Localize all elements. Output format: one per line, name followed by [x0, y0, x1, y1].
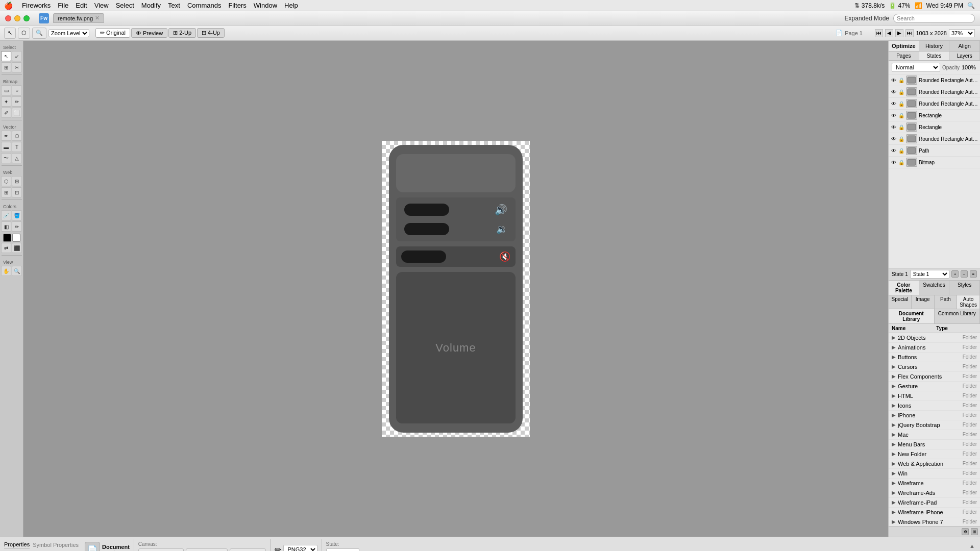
tab-4up[interactable]: ⊟ 4-Up	[197, 28, 225, 38]
subsel-tool-btn[interactable]: ↙	[12, 51, 22, 61]
props-close[interactable]: ▲	[969, 543, 975, 549]
subtab-image[interactable]: Image	[912, 295, 935, 309]
nav-last[interactable]: ⏭	[905, 29, 914, 37]
zoom-view-tool[interactable]: 🔍	[12, 266, 22, 276]
menu-select[interactable]: Select	[116, 2, 134, 9]
zoom-tool[interactable]: 🔍	[32, 28, 46, 39]
scale-tool-btn[interactable]: ⊞	[1, 62, 11, 72]
search-icon[interactable]: 🔍	[967, 2, 975, 9]
menu-text[interactable]: Text	[168, 2, 180, 9]
layer-eye-icon[interactable]: 👁	[891, 113, 897, 118]
layer-eye-icon[interactable]: 👁	[891, 101, 897, 107]
menu-commands[interactable]: Commands	[187, 2, 221, 9]
lib-item[interactable]: ▶ 2D Objects Folder	[889, 333, 980, 343]
web-tool-3[interactable]: ⊞	[1, 187, 11, 197]
layer-item[interactable]: 👁 🔒 Rectangle	[889, 121, 980, 133]
stroke-tool[interactable]: ✏	[12, 221, 22, 232]
lib-item[interactable]: ▶ Wireframe-iPhone Folder	[889, 508, 980, 517]
add-state[interactable]: +	[951, 270, 959, 278]
del-state[interactable]: −	[961, 270, 968, 278]
pen-tool[interactable]: ✒	[1, 131, 11, 141]
eyedropper[interactable]: 💉	[1, 210, 11, 220]
web-tool-4[interactable]: ⊡	[12, 187, 22, 197]
layer-lock-icon[interactable]: 🔒	[898, 136, 904, 142]
layer-eye-icon[interactable]: 👁	[891, 160, 897, 165]
canvas-area[interactable]: 🔊 🔉 🔇 Volume	[23, 41, 888, 537]
document-tab[interactable]: remote.fw.png ✕	[53, 13, 104, 23]
swap-colors[interactable]: ⇄	[1, 243, 11, 253]
lib-item[interactable]: ▶ Buttons Folder	[889, 353, 980, 362]
pointer-tool-btn[interactable]: ↖	[1, 51, 11, 61]
menu-window[interactable]: Window	[254, 2, 277, 9]
layer-eye-icon[interactable]: 👁	[891, 89, 897, 95]
tab-original[interactable]: ✏ Original	[95, 28, 130, 38]
tab-doc-library[interactable]: Document Library	[889, 309, 935, 323]
lib-item[interactable]: ▶ Windows Phone 7 Folder	[889, 517, 980, 527]
layer-item[interactable]: 👁 🔒 Rounded Rectangle Auto ...	[889, 133, 980, 145]
lasso-tool[interactable]: ○	[12, 85, 22, 95]
nav-first[interactable]: ⏮	[875, 29, 883, 37]
layer-lock-icon[interactable]: 🔒	[898, 148, 904, 154]
layer-item[interactable]: 👁 🔒 Rounded Rectangle Auto ...	[889, 98, 980, 110]
state-menu[interactable]: ≡	[970, 270, 977, 278]
tab-properties[interactable]: Properties	[4, 541, 30, 548]
fit-canvas-btn[interactable]: Fit Canvas	[230, 548, 266, 551]
maximize-button[interactable]	[23, 15, 30, 21]
fill-color[interactable]	[12, 234, 20, 242]
nav-prev[interactable]: ◀	[885, 29, 893, 37]
close-button[interactable]	[5, 15, 11, 21]
minimize-button[interactable]	[14, 15, 20, 21]
layer-eye-icon[interactable]: 👁	[891, 78, 897, 83]
zoom-level-select[interactable]: 37% 100%	[949, 29, 975, 37]
layer-lock-icon[interactable]: 🔒	[898, 160, 904, 165]
lib-item[interactable]: ▶ Animations Folder	[889, 343, 980, 353]
lib-item[interactable]: ▶ Web & Application Folder	[889, 459, 980, 469]
layer-lock-icon[interactable]: 🔒	[898, 89, 904, 95]
tab-align[interactable]: Align	[949, 41, 980, 51]
nav-next[interactable]: ▶	[895, 29, 903, 37]
marquee-tool[interactable]: ▭	[1, 85, 11, 95]
layer-lock-icon[interactable]: 🔒	[898, 101, 904, 107]
hand-tool[interactable]: ✋	[1, 266, 11, 276]
tab-styles[interactable]: Styles	[949, 281, 980, 295]
layer-lock-icon[interactable]: 🔒	[898, 113, 904, 118]
tab-common-library[interactable]: Common Library	[935, 309, 981, 323]
menu-help[interactable]: Help	[284, 2, 298, 9]
lib-item[interactable]: ▶ Mac Folder	[889, 430, 980, 440]
hotspot-tool[interactable]: ⬡	[1, 176, 11, 186]
zoom-select[interactable]: Zoom Level 37% 100%	[48, 29, 89, 37]
tab-swatches[interactable]: Swatches	[919, 281, 950, 295]
menu-modify[interactable]: Modify	[141, 2, 161, 9]
state-combo[interactable]: State 1	[326, 548, 359, 551]
layer-item[interactable]: 👁 🔒 Path	[889, 145, 980, 157]
lib-item[interactable]: ▶ iPhone Folder	[889, 411, 980, 420]
panel-expand[interactable]: ⊞	[971, 528, 978, 535]
subtab-path[interactable]: Path	[935, 295, 958, 309]
doc-close-button[interactable]: ✕	[95, 15, 100, 21]
vol-up-button[interactable]	[404, 204, 449, 216]
tab-preview[interactable]: 👁 Preview	[131, 28, 167, 38]
text-tool[interactable]: T	[12, 142, 22, 152]
lib-item[interactable]: ▶ Gesture Folder	[889, 382, 980, 391]
layer-item[interactable]: 👁 🔒 Rectangle	[889, 110, 980, 121]
menu-edit[interactable]: Edit	[76, 2, 87, 9]
lib-item[interactable]: ▶ Icons Folder	[889, 401, 980, 411]
layer-lock-icon[interactable]: 🔒	[898, 124, 904, 130]
lib-item[interactable]: ▶ Wireframe Folder	[889, 479, 980, 488]
brush-tool[interactable]: ✏	[12, 96, 22, 107]
tab-symbol-props[interactable]: Symbol Properties	[33, 542, 79, 548]
vector-path[interactable]: ⬡	[12, 131, 22, 141]
eraser-tool[interactable]: ⬜	[12, 108, 22, 118]
lib-item[interactable]: ▶ jQuery Bootstrap Folder	[889, 420, 980, 430]
lib-item[interactable]: ▶ Wireframe-Ads Folder	[889, 488, 980, 498]
default-colors[interactable]: ⬛	[12, 243, 22, 253]
lib-item[interactable]: ▶ Menu Bars Folder	[889, 440, 980, 449]
menu-file[interactable]: File	[58, 2, 68, 9]
vol-down-button[interactable]	[404, 223, 449, 235]
gradient-tool[interactable]: ◧	[1, 221, 11, 232]
format-select[interactable]: PNG32 PNG8 JPEG GIF	[283, 545, 317, 551]
paint-bucket[interactable]: 🪣	[12, 210, 22, 220]
menu-view[interactable]: View	[94, 2, 109, 9]
state-select[interactable]: State 1	[910, 270, 949, 279]
blend-mode-select[interactable]: Normal Multiply Screen	[892, 63, 940, 72]
